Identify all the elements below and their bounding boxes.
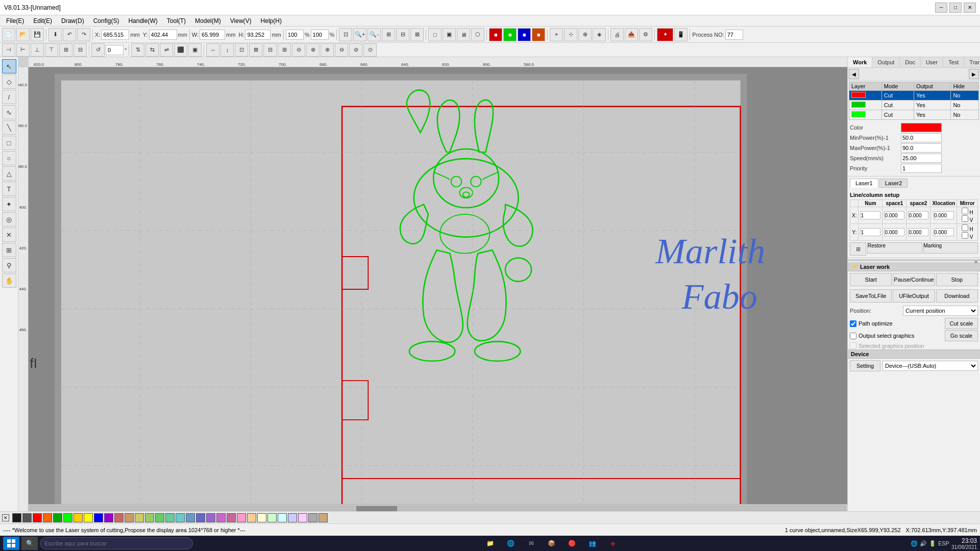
scale-h-input[interactable] [311,30,329,40]
y-v-check[interactable] [962,232,968,239]
go-scale-btn[interactable]: Go scale [945,330,978,341]
align-btn-5[interactable]: ⊞ [59,43,72,57]
speed-input[interactable]: 25.00 [901,154,942,163]
cross-tool[interactable]: ✕ [2,228,16,242]
select-tool[interactable]: ↖ [2,59,16,73]
search-taskbar-button[interactable]: 🔍 [21,537,38,550]
laser1-tab[interactable]: Laser1 [850,179,878,188]
pause-continue-button[interactable]: Pause/Continue [893,273,935,286]
output-select-check[interactable] [850,333,856,339]
ellipse-tool[interactable]: ○ [2,151,16,165]
pal-color-21[interactable] [216,513,226,522]
minimize-button[interactable]: ─ [935,3,947,13]
start-button[interactable]: Start [850,273,892,286]
path-btn-6[interactable]: ⊞ [278,43,291,57]
taskbar-teams[interactable]: 👥 [583,537,602,550]
pal-color-9[interactable] [94,513,103,522]
pal-color-16[interactable] [165,513,175,522]
layer-row-1[interactable]: Cut Yes No [849,91,979,101]
maximize-button[interactable]: □ [949,3,962,13]
path-btn-9[interactable]: ⊕ [321,43,334,57]
menu-model[interactable]: Model(M) [191,16,225,26]
tab-user[interactable]: User [921,57,943,67]
zoom-in-button[interactable]: 🔍+ [353,28,366,41]
pal-color-1[interactable] [12,513,21,522]
rect-tool[interactable]: □ [2,136,16,150]
path-btn-12[interactable]: ⊙ [363,43,377,57]
minpower-input[interactable]: 50.0 [901,133,942,142]
laser-btn-1[interactable]: ⌖ [550,28,563,41]
maxpower-input[interactable]: 90.0 [901,143,942,153]
transform-btn-3[interactable]: ⇌ [160,43,173,57]
x-space1-input[interactable] [884,211,904,219]
panel-right-arrow[interactable]: ▶ [969,69,979,79]
menu-handle[interactable]: Handle(W) [124,16,161,26]
pencil-tool[interactable]: / [2,90,16,104]
transform-btn-4[interactable]: ⬛ [174,43,187,57]
pal-color-25[interactable] [257,513,266,522]
y-space1-input[interactable] [884,228,904,236]
y-space2-input[interactable] [908,228,928,236]
new-button[interactable]: 📄 [2,28,15,41]
pal-color-3[interactable] [33,513,42,522]
scale-w-input[interactable] [286,30,304,40]
pal-color-8[interactable] [84,513,93,522]
color-btn-1[interactable]: ■ [489,28,502,41]
star-tool[interactable]: ✦ [2,197,16,211]
path-btn-5[interactable]: ⊟ [263,43,277,57]
menu-file[interactable]: File(E) [2,16,28,26]
redo-button[interactable]: ↷ [77,28,90,41]
search-taskbar-input[interactable] [40,537,193,549]
menu-help[interactable]: Help(H) [257,16,286,26]
selected-graphics-check[interactable] [850,342,856,349]
taskbar-dropbox[interactable]: 📦 [543,537,561,550]
transform-btn-1[interactable]: ⇅ [131,43,144,57]
taskbar-app-red-2[interactable]: ◈ [604,537,622,550]
device-setting-button[interactable]: Setting [850,360,880,371]
menu-draw[interactable]: Draw(D) [57,16,88,26]
pal-color-29[interactable] [298,513,307,522]
layer-row-3[interactable]: Cut Yes No [849,110,979,120]
settings-button[interactable]: ⚙ [639,28,652,41]
open-button[interactable]: 📂 [16,28,30,41]
pal-color-18[interactable] [186,513,195,522]
align-btn-2[interactable]: ⊢ [16,43,30,57]
path-btn-8[interactable]: ⊗ [306,43,320,57]
tab-output[interactable]: Output [872,57,900,67]
tab-work[interactable]: Work [848,57,872,67]
device-select[interactable]: Device---(USB:Auto) [883,361,978,371]
virtual-array-btn[interactable]: ⊞ [850,242,866,256]
align-btn-4[interactable]: ⊤ [45,43,58,57]
transform-btn-5[interactable]: ▣ [188,43,202,57]
path-button[interactable]: ⬡ [471,28,484,41]
restore-btn[interactable]: Restore [867,242,922,254]
process-no-input[interactable] [725,30,743,40]
bezier-tool[interactable]: ∿ [2,105,16,119]
cut-scale-button[interactable]: Cut scale [945,318,978,329]
align-btn-1[interactable]: ⊣ [2,43,15,57]
stop-button[interactable]: Stop [936,273,978,286]
save-button[interactable]: 💾 [31,28,44,41]
pal-color-12[interactable] [125,513,134,522]
save-to-file-button[interactable]: SaveToLFile [850,289,892,303]
pal-color-27[interactable] [278,513,287,522]
line-tool[interactable]: ╲ [2,120,16,135]
pal-color-4[interactable] [43,513,52,522]
text-tool[interactable]: T [2,182,16,196]
grid-tool[interactable]: ⊞ [2,243,16,257]
path-btn-3[interactable]: ⊡ [235,43,248,57]
close-panel-btn[interactable]: ✕ [974,259,978,265]
pal-color-10[interactable] [104,513,113,522]
tab-test[interactable]: Test [943,57,964,67]
pal-color-17[interactable] [176,513,185,522]
align-btn-3[interactable]: ⊥ [31,43,44,57]
menu-view[interactable]: View(V) [226,16,256,26]
rotate-angle-input[interactable] [106,45,124,55]
zoom-out-button[interactable]: 🔍- [368,28,381,41]
taskbar-edge[interactable]: 🌐 [502,537,520,550]
path-btn-1[interactable]: ↔ [206,43,219,57]
monitor-button[interactable]: 🖥 [457,28,470,41]
pal-color-31[interactable] [318,513,328,522]
align-btn-6[interactable]: ⊟ [74,43,87,57]
pal-color-28[interactable] [288,513,297,522]
